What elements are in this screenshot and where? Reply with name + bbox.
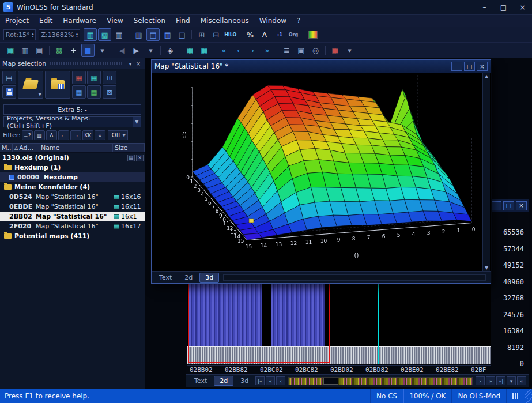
hilo-icon[interactable]: HILO <box>224 28 237 41</box>
overview-strip[interactable] <box>288 377 473 385</box>
horizontal-scrollbar[interactable] <box>223 274 486 281</box>
next-map-window-icon[interactable]: ▦ <box>198 44 211 57</box>
filter-off-combo[interactable]: Off ▼ <box>108 130 128 140</box>
previous-map-icon[interactable]: ‹ <box>232 44 245 57</box>
next-map-icon[interactable]: › <box>246 44 259 57</box>
map-window-titlebar[interactable]: Map "Statistical 16" * – □ × <box>152 60 491 73</box>
map-window-tab-3d[interactable]: 3d <box>199 273 219 283</box>
colormap-icon[interactable] <box>306 28 319 41</box>
view-table-icon[interactable]: ▦ <box>112 28 126 41</box>
column-header-name[interactable]: Name <box>39 144 113 152</box>
hex-nav-right-0[interactable]: › <box>476 376 485 385</box>
delta-icon[interactable]: Δ <box>258 28 271 41</box>
menu-item-help[interactable]: ? <box>292 17 305 25</box>
map-list-row[interactable]: Hexdump (1) <box>0 163 145 172</box>
cube-3d-icon[interactable]: ◈ <box>164 44 177 57</box>
map-new-icon[interactable]: ▦ <box>87 71 101 84</box>
map-export-icon[interactable]: ▦ <box>87 85 101 99</box>
map-list-row[interactable]: 00000Hexdump <box>0 172 145 182</box>
menu-item-view[interactable]: View <box>101 17 128 25</box>
hex-nav-right-2[interactable]: »| <box>496 376 505 385</box>
compare-maps-icon[interactable]: ▦ <box>329 44 342 57</box>
filter-corner-right-icon[interactable]: ¬ <box>70 130 81 140</box>
menu-item-project[interactable]: Project <box>0 17 34 25</box>
maximize-button[interactable]: □ <box>503 201 514 210</box>
minimize-button[interactable]: – <box>451 62 462 71</box>
hexdump-tab-2d[interactable]: 2d <box>214 376 233 386</box>
panel-close-icon[interactable]: × <box>134 61 142 67</box>
projects-versions-combo[interactable]: Projects, Versions & Maps: (Ctrl+Shift+F… <box>3 116 141 127</box>
hex-nav-left-0[interactable]: |« <box>255 376 265 385</box>
hex-nav-extra-1[interactable]: « <box>517 376 526 385</box>
close-button[interactable]: × <box>513 0 532 14</box>
filter-kk-icon[interactable]: KK <box>82 130 93 140</box>
hex-nav-left-2[interactable]: ‹ <box>276 376 285 385</box>
resize-grip[interactable] <box>525 389 532 403</box>
window-split-icon[interactable]: ⊞ <box>195 28 208 41</box>
map-list-row[interactable]: 0EBDEMap "Statistical 16"16x11 <box>0 202 145 212</box>
extra5-field[interactable]: Extra 5: - <box>3 104 141 115</box>
close-button[interactable]: × <box>477 62 488 71</box>
rotation-field[interactable]: Rot:15° ▴▾ <box>3 29 36 40</box>
hexdump-tab-text[interactable]: Text <box>188 376 213 386</box>
panel-grip[interactable] <box>50 62 123 65</box>
map-list-row[interactable]: 0D524Map "Statistical 16"16x16 <box>0 192 145 202</box>
axis-columns-icon[interactable]: ▥ <box>132 28 145 41</box>
axis-both-icon[interactable]: ▦ <box>161 28 174 41</box>
last-map-icon[interactable]: » <box>261 44 274 57</box>
hexdump-tab-3d[interactable]: 3d <box>235 376 254 386</box>
minimize-button[interactable]: – <box>491 201 501 210</box>
map-window-tab-text[interactable]: Text <box>153 273 178 283</box>
window-new-icon[interactable]: ⊞ <box>103 71 116 84</box>
zoom-spinner[interactable]: ▴▾ <box>76 32 78 37</box>
absolute-value-icon[interactable]: →1 <box>272 28 285 41</box>
forward-icon[interactable]: ▶ <box>130 44 143 57</box>
first-map-icon[interactable]: « <box>217 44 231 57</box>
import-file-button[interactable] <box>45 71 70 99</box>
map-list-header[interactable]: M...△Ad...NameSize <box>0 143 145 153</box>
zoom-field[interactable]: Z:13682% ▴▾ <box>39 29 80 40</box>
filter-grid-icon[interactable]: ▥ <box>34 130 45 140</box>
project-windows-icon[interactable]: ▤ <box>127 155 135 161</box>
view-3d-icon[interactable]: ▩ <box>98 28 111 41</box>
map-list-icon[interactable]: ▥ <box>18 44 32 57</box>
maximize-button[interactable]: □ <box>464 62 475 71</box>
checkered-map-icon[interactable]: ▩ <box>52 44 66 57</box>
slider-down-icon[interactable]: ▼ <box>485 265 488 270</box>
window-list-icon[interactable]: ≣ <box>280 44 293 57</box>
axis-none-icon[interactable]: □ <box>175 28 188 41</box>
slider-up-icon[interactable]: ▲ <box>485 74 488 79</box>
window-cascade-icon[interactable]: ⊟ <box>209 28 222 41</box>
tilt-slider[interactable]: ▲ ▼ <box>482 73 490 271</box>
menu-item-selection[interactable]: Selection <box>129 17 171 25</box>
fill-dropdown-icon[interactable]: ▾ <box>96 44 109 57</box>
forward-dropdown-icon[interactable]: ▾ <box>144 44 157 57</box>
search-icon[interactable]: ◎ <box>309 44 322 57</box>
overview-slider-handle[interactable] <box>323 378 338 385</box>
map-selection-panel-icon[interactable]: ▦ <box>4 44 17 57</box>
map-import-icon[interactable]: ▦ <box>72 71 86 84</box>
checked-search-icon[interactable]: ▣ <box>295 44 308 57</box>
map-copy-icon[interactable]: ▦ <box>72 85 86 99</box>
menu-item-miscellaneous[interactable]: Miscellaneous <box>195 17 254 25</box>
maximize-button[interactable]: □ <box>494 0 513 14</box>
map-list-row[interactable]: 2BB02Map "Statistical 16"16x1 <box>0 212 145 221</box>
back-icon[interactable]: ◀ <box>115 44 129 57</box>
filter-equals-icon[interactable]: =? <box>22 130 33 140</box>
open-project-button[interactable]: ▼ <box>18 71 43 99</box>
column-header-m[interactable]: M... <box>0 144 13 152</box>
map-list-row[interactable]: 2F020Map "Statistical 16"16x17 <box>0 221 145 231</box>
panel-shade-icon[interactable]: ▾ <box>126 61 134 67</box>
map-list-row[interactable]: Potential maps (411) <box>0 231 145 241</box>
chevron-down-icon[interactable]: ▼ <box>39 92 41 97</box>
selection-tool-icon[interactable]: + <box>67 44 80 57</box>
filter-delta-icon[interactable]: Δ <box>46 130 57 140</box>
minimize-button[interactable]: – <box>475 0 494 14</box>
prev-map-window-icon[interactable]: ▦ <box>183 44 197 57</box>
map-list-row[interactable]: 1330.ols (Original)▤× <box>0 153 145 163</box>
map-list-row[interactable]: Meine Kennfelder (4) <box>0 182 145 192</box>
surface-3d-plot[interactable] <box>152 73 483 270</box>
window-close-icon[interactable]: ⊠ <box>103 85 116 99</box>
rotation-spinner[interactable]: ▴▾ <box>32 32 33 37</box>
toolbar-overflow-icon[interactable]: ▾ <box>343 44 356 57</box>
